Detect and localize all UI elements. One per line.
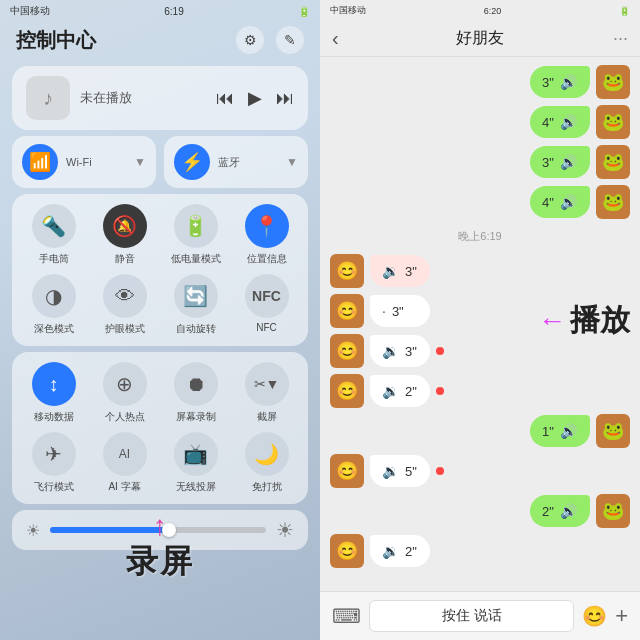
msg-in-1: 😊 🔉 3" xyxy=(330,254,630,288)
back-button[interactable]: ‹ xyxy=(332,27,339,50)
mobile-data-toggle[interactable]: ↕ 移动数据 xyxy=(22,362,85,424)
time-left: 6:19 xyxy=(164,6,183,17)
next-button[interactable]: ⏭ xyxy=(276,88,294,109)
bt-expand-icon[interactable]: ▼ xyxy=(286,155,298,169)
media-controls[interactable]: ⏮ ▶ ⏭ xyxy=(216,87,294,109)
avatar-in-6: 😊 xyxy=(330,534,364,568)
settings-icon[interactable]: ⚙ xyxy=(236,26,264,54)
wifi-expand-icon[interactable]: ▼ xyxy=(134,155,146,169)
wifi-toggle[interactable]: 📶 Wi-Fi ▼ xyxy=(12,136,156,188)
hold-to-talk-button[interactable]: 按住 说话 xyxy=(369,600,574,632)
hotspot-label: 个人热点 xyxy=(105,410,145,424)
voice-bubble-in-2[interactable]: · 3" xyxy=(370,295,430,327)
voice-bubble-out-4[interactable]: 4" 🔊 xyxy=(530,186,590,218)
avatar-in-1: 😊 xyxy=(330,254,364,288)
more-button[interactable]: ··· xyxy=(613,28,628,49)
mute-toggle[interactable]: 🔕 静音 xyxy=(93,204,156,266)
voice-duration-6: 2" xyxy=(542,504,554,519)
screen-record-icon: ⏺ xyxy=(174,362,218,406)
location-toggle[interactable]: 📍 位置信息 xyxy=(235,204,298,266)
voice-bubble-in-1[interactable]: 🔉 3" xyxy=(370,255,430,287)
rotation-toggle[interactable]: 🔄 自动旋转 xyxy=(164,274,227,336)
avatar-out-6: 🐸 xyxy=(596,494,630,528)
time-right: 6:20 xyxy=(484,6,502,16)
voice-bubble-in-3[interactable]: 🔉 3" xyxy=(370,335,430,367)
airplane-toggle[interactable]: ✈ 飞行模式 xyxy=(22,432,85,494)
voice-dur-in-6: 2" xyxy=(405,544,417,559)
media-not-playing: 未在播放 xyxy=(80,89,206,107)
cast-toggle[interactable]: 📺 无线投屏 xyxy=(164,432,227,494)
prev-button[interactable]: ⏮ xyxy=(216,88,234,109)
media-art: ♪ xyxy=(26,76,70,120)
arrow-up-icon: ↑ xyxy=(126,512,194,540)
play-button[interactable]: ▶ xyxy=(248,87,262,109)
mobile-data-icon: ↕ xyxy=(32,362,76,406)
msg-in-6: 😊 🔉 2" xyxy=(330,534,630,568)
chat-messages: 3" 🔊 🐸 4" 🔊 🐸 3" 🔊 🐸 4" 🔊 🐸 xyxy=(320,57,640,591)
cc-title: 控制中心 xyxy=(16,27,96,54)
voice-playing-1: 🔉 xyxy=(382,263,399,279)
voice-bubble-out-5[interactable]: 1" 🔊 xyxy=(530,415,590,447)
voice-dur-in-1: 3" xyxy=(405,264,417,279)
avatar-in-2: 😊 xyxy=(330,294,364,328)
msg-out-6: 2" 🔊 🐸 xyxy=(330,494,630,528)
voice-bubble-out-6[interactable]: 2" 🔊 xyxy=(530,495,590,527)
quick-toggles-grid: 🔦 手电筒 🔕 静音 🔋 低电量模式 📍 位置信息 ◑ 深色模式 👁 护眼模式 … xyxy=(12,194,308,346)
msg-in-5: 😊 🔉 5" xyxy=(330,454,630,488)
rotation-label: 自动旋转 xyxy=(176,322,216,336)
flashlight-icon: 🔦 xyxy=(32,204,76,248)
location-icon: 📍 xyxy=(245,204,289,248)
wechat-chat-panel: 中国移动 6:20 🔋 ‹ 好朋友 ··· 3" 🔊 🐸 4" 🔊 🐸 3" xyxy=(320,0,640,640)
voice-bubble-out-2[interactable]: 4" 🔊 xyxy=(530,106,590,138)
flashlight-toggle[interactable]: 🔦 手电筒 xyxy=(22,204,85,266)
dnd-toggle[interactable]: 🌙 免打扰 xyxy=(235,432,298,494)
voice-bubble-in-5[interactable]: 🔉 5" xyxy=(370,455,430,487)
keyboard-icon[interactable]: ⌨ xyxy=(332,604,361,628)
annotation-luping: ↑ 录屏 xyxy=(126,512,194,584)
unread-dot-4 xyxy=(436,387,444,395)
voice-playing-3: 🔉 xyxy=(382,343,399,359)
msg-out-3: 3" 🔊 🐸 xyxy=(330,145,630,179)
voice-playing-6: 🔉 xyxy=(382,543,399,559)
airplane-label: 飞行模式 xyxy=(34,480,74,494)
status-bar-left: 中国移动 6:19 🔋 xyxy=(0,0,320,22)
cc-header: 控制中心 ⚙ ✎ xyxy=(0,22,320,62)
screenshot-icon: ✂▼ xyxy=(245,362,289,406)
hotspot-toggle[interactable]: ⊕ 个人热点 xyxy=(93,362,156,424)
mute-icon: 🔕 xyxy=(103,204,147,248)
dark-mode-toggle[interactable]: ◑ 深色模式 xyxy=(22,274,85,336)
cc-header-icons: ⚙ ✎ xyxy=(236,26,304,54)
voice-icon-6: 🔊 xyxy=(560,503,577,519)
voice-duration-5: 1" xyxy=(542,424,554,439)
screen-record-toggle[interactable]: ⏺ 屏幕录制 xyxy=(164,362,227,424)
voice-duration-1: 3" xyxy=(542,75,554,90)
ai-caption-toggle[interactable]: AI AI 字幕 xyxy=(93,432,156,494)
voice-icon-5: 🔊 xyxy=(560,423,577,439)
chat-header: ‹ 好朋友 ··· xyxy=(320,21,640,57)
avatar-out-5: 🐸 xyxy=(596,414,630,448)
voice-bubble-in-4[interactable]: 🔉 2" xyxy=(370,375,430,407)
avatar-in-4: 😊 xyxy=(330,374,364,408)
network-toggles: 📶 Wi-Fi ▼ ⚡ 蓝牙 ▼ xyxy=(12,136,308,188)
bluetooth-toggle[interactable]: ⚡ 蓝牙 ▼ xyxy=(164,136,308,188)
hotspot-icon: ⊕ xyxy=(103,362,147,406)
low-power-label: 低电量模式 xyxy=(171,252,221,266)
eye-care-toggle[interactable]: 👁 护眼模式 xyxy=(93,274,156,336)
mobile-data-label: 移动数据 xyxy=(34,410,74,424)
voice-icon-1: 🔊 xyxy=(560,74,577,90)
voice-bubble-in-6[interactable]: 🔉 2" xyxy=(370,535,430,567)
voice-bubble-out-3[interactable]: 3" 🔊 xyxy=(530,146,590,178)
nfc-toggle[interactable]: NFC NFC xyxy=(235,274,298,336)
voice-duration-3: 3" xyxy=(542,155,554,170)
dark-mode-label: 深色模式 xyxy=(34,322,74,336)
edit-icon[interactable]: ✎ xyxy=(276,26,304,54)
wifi-icon: 📶 xyxy=(22,144,58,180)
low-power-toggle[interactable]: 🔋 低电量模式 xyxy=(164,204,227,266)
voice-bubble-out-1[interactable]: 3" 🔊 xyxy=(530,66,590,98)
avatar-out-2: 🐸 xyxy=(596,105,630,139)
add-icon[interactable]: + xyxy=(615,603,628,629)
bt-label: 蓝牙 xyxy=(218,155,278,170)
emoji-icon[interactable]: 😊 xyxy=(582,604,607,628)
screenshot-toggle[interactable]: ✂▼ 截屏 xyxy=(235,362,298,424)
cast-label: 无线投屏 xyxy=(176,480,216,494)
